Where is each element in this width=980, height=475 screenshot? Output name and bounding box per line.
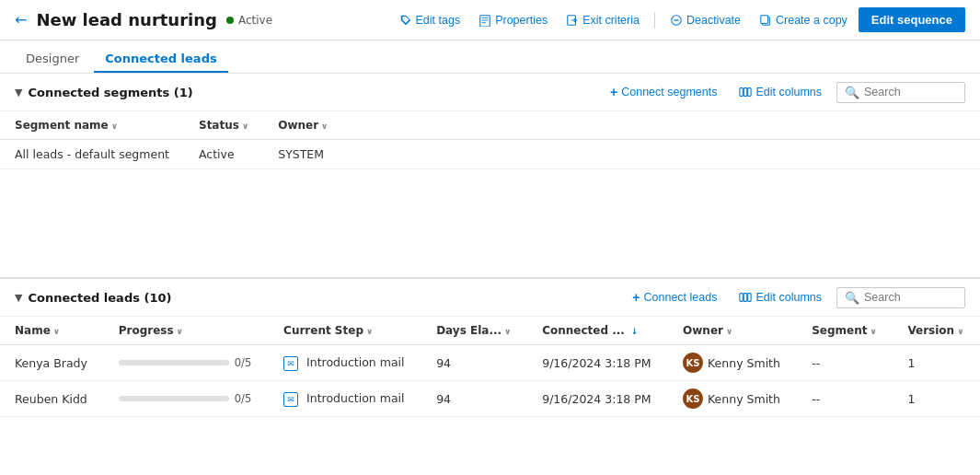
- top-header: ← New lead nurturing Active Edit tags Pr…: [0, 0, 980, 41]
- step-icon-0: ✉: [283, 356, 298, 371]
- exit-criteria-label: Exit criteria: [582, 14, 640, 27]
- segments-search-icon: 🔍: [845, 86, 859, 99]
- col-lead-step[interactable]: Current Step∨: [269, 317, 421, 345]
- col-lead-owner[interactable]: Owner∨: [668, 317, 797, 345]
- segments-title-text: Connected segments (1): [28, 86, 192, 99]
- svg-rect-11: [744, 88, 748, 97]
- svg-rect-0: [480, 15, 490, 26]
- divider: [654, 12, 655, 29]
- lead-owner-cell-0: KS Kenny Smith: [668, 345, 797, 381]
- col-segment-extra: [342, 111, 980, 140]
- segments-section: ▼ Connected segments (1) + Connect segme…: [0, 74, 980, 279]
- edit-tags-label: Edit tags: [416, 14, 461, 27]
- progress-label-1: 0/5: [235, 392, 252, 405]
- col-lead-segment[interactable]: Segment∨: [797, 317, 893, 345]
- segments-search-box: 🔍: [836, 82, 965, 103]
- leads-chevron[interactable]: ▼: [15, 292, 22, 304]
- segments-title: ▼ Connected segments (1): [15, 86, 193, 99]
- lead-progress-cell-1: 0/5: [104, 381, 269, 417]
- connect-leads-button[interactable]: + Connect leads: [625, 286, 724, 308]
- avatar-1: KS: [683, 388, 703, 409]
- lead-step-cell-0: ✉ Introduction mail: [269, 345, 421, 381]
- segments-chevron[interactable]: ▼: [15, 87, 22, 98]
- status-dot: [226, 17, 234, 24]
- segment-name-cell: All leads - default segment: [0, 140, 184, 169]
- lead-days-cell-1: 94: [421, 381, 527, 417]
- progress-bar-bg-1: [119, 396, 229, 401]
- leads-title-text: Connected leads (10): [28, 291, 171, 305]
- connect-segments-button[interactable]: + Connect segments: [603, 81, 724, 103]
- svg-rect-12: [748, 88, 752, 97]
- progress-label-0: 0/5: [235, 356, 252, 369]
- leads-search-icon: 🔍: [845, 291, 859, 305]
- table-row: Reuben Kidd 0/5 ✉ Introduction mai: [0, 381, 980, 417]
- lead-segment-cell-1: --: [797, 381, 893, 417]
- lead-segment-cell-0: --: [797, 345, 893, 381]
- progress-bar-wrap: 0/5: [119, 356, 254, 369]
- edit-columns-segments-button[interactable]: Edit columns: [732, 82, 829, 102]
- status-badge: Active: [226, 14, 272, 27]
- segment-status-cell: Active: [184, 140, 263, 169]
- segment-owner-cell: SYSTEM: [263, 140, 342, 169]
- leads-actions: + Connect leads Edit columns 🔍: [625, 286, 965, 308]
- col-segment-status[interactable]: Status∨: [184, 111, 263, 140]
- table-row: Kenya Brady 0/5 ✉ Introduction mai: [0, 345, 980, 381]
- svg-rect-14: [744, 294, 748, 302]
- svg-rect-13: [740, 294, 744, 302]
- col-segment-owner[interactable]: Owner∨: [263, 111, 342, 140]
- col-lead-name[interactable]: Name∨: [0, 317, 104, 345]
- step-icon-1: ✉: [283, 392, 298, 407]
- leads-section-header: ▼ Connected leads (10) + Connect leads E…: [0, 279, 980, 317]
- page-title: New lead nurturing: [36, 10, 217, 29]
- properties-button[interactable]: Properties: [471, 10, 555, 30]
- tab-connected-leads[interactable]: Connected leads: [94, 46, 227, 73]
- lead-name-cell-0: Kenya Brady: [0, 345, 104, 381]
- col-lead-connected[interactable]: Connected ... ↓: [527, 317, 668, 345]
- owner-name-1: Kenny Smith: [708, 392, 780, 406]
- tabs-bar: Designer Connected leads: [0, 41, 980, 74]
- segments-table: Segment name∨ Status∨ Owner∨ All leads -…: [0, 111, 980, 169]
- leads-search-box: 🔍: [836, 287, 965, 308]
- col-lead-version[interactable]: Version∨: [893, 317, 980, 345]
- connect-leads-label: Connect leads: [644, 291, 718, 304]
- edit-columns-leads-button[interactable]: Edit columns: [732, 287, 829, 307]
- back-button[interactable]: ←: [15, 11, 27, 29]
- status-label: Active: [238, 14, 272, 27]
- segments-section-header: ▼ Connected segments (1) + Connect segme…: [0, 74, 980, 111]
- progress-bar-bg: [119, 360, 229, 365]
- connect-segments-label: Connect segments: [621, 86, 717, 98]
- col-lead-days[interactable]: Days Ela...∨: [421, 317, 527, 345]
- lead-days-cell-0: 94: [421, 345, 527, 381]
- deactivate-label: Deactivate: [686, 14, 741, 27]
- lead-version-cell-0: 1: [893, 345, 980, 381]
- svg-rect-9: [761, 15, 768, 23]
- edit-sequence-button[interactable]: Edit sequence: [859, 7, 965, 32]
- exit-criteria-button[interactable]: Exit criteria: [559, 10, 647, 30]
- edit-tags-button[interactable]: Edit tags: [392, 10, 468, 30]
- tab-designer[interactable]: Designer: [15, 46, 90, 73]
- leads-section: ▼ Connected leads (10) + Connect leads E…: [0, 279, 980, 417]
- progress-bar-wrap-1: 0/5: [119, 392, 254, 405]
- owner-cell-0: KS Kenny Smith: [683, 353, 782, 373]
- owner-name-0: Kenny Smith: [708, 356, 780, 370]
- create-copy-button[interactable]: Create a copy: [752, 10, 855, 30]
- lead-step-cell-1: ✉ Introduction mail: [269, 381, 421, 417]
- deactivate-button[interactable]: Deactivate: [663, 10, 748, 30]
- svg-rect-15: [748, 294, 752, 302]
- leads-table-area: Name∨ Progress∨ Current Step∨ Days Ela..…: [0, 317, 980, 417]
- lead-connected-cell-1: 9/16/2024 3:18 PM: [527, 381, 668, 417]
- owner-cell-1: KS Kenny Smith: [683, 388, 782, 409]
- col-segment-name[interactable]: Segment name∨: [0, 111, 184, 140]
- segments-search-input[interactable]: [864, 86, 957, 98]
- col-lead-progress[interactable]: Progress∨: [104, 317, 269, 345]
- plus-icon-leads: +: [632, 290, 640, 305]
- table-row: All leads - default segment Active SYSTE…: [0, 140, 980, 169]
- avatar-0: KS: [683, 353, 703, 373]
- header-actions: Edit tags Properties Exit criteria Deact…: [392, 7, 965, 32]
- svg-rect-10: [740, 88, 744, 97]
- lead-step-text-0: Introduction mail: [306, 355, 404, 369]
- main-content: ▼ Connected segments (1) + Connect segme…: [0, 74, 980, 475]
- leads-search-input[interactable]: [864, 291, 957, 304]
- segment-extra-cell: [342, 140, 980, 169]
- leads-title: ▼ Connected leads (10): [15, 291, 171, 305]
